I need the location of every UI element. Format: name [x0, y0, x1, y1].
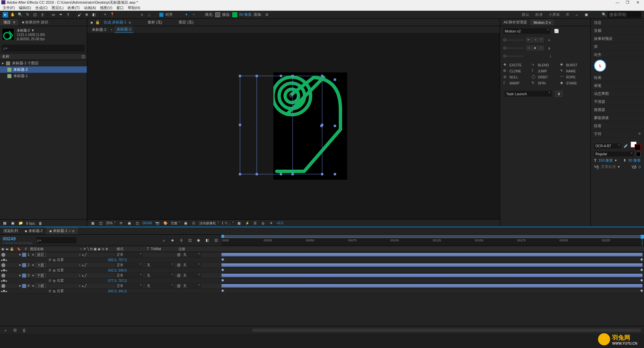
orbit-tool-icon[interactable]: ↻ — [25, 12, 30, 17]
spin-button[interactable]: ↻SPIN — [532, 81, 558, 85]
twirl-icon[interactable]: ▾ — [18, 284, 21, 288]
dist-right-button[interactable]: □ — [538, 46, 544, 50]
fast-preview-icon[interactable]: ⚡ — [245, 221, 250, 226]
stopwatch-icon[interactable]: ⏱ — [48, 258, 52, 262]
property-value[interactable]: 565.5, 757.0 — [107, 258, 127, 262]
guides-icon[interactable]: ☷ — [191, 221, 197, 226]
orbit-button[interactable]: ◯ORBIT — [532, 75, 558, 79]
clone-tool-icon[interactable]: ⊕ — [84, 12, 89, 17]
wand-icon[interactable]: ✦ — [183, 12, 189, 17]
motion-slider[interactable] — [503, 56, 524, 56]
pan-behind-tool-icon[interactable]: ⟠ — [40, 12, 45, 17]
asset-comp[interactable]: 未标题-1 — [0, 73, 87, 79]
layer-bar-track[interactable] — [221, 252, 644, 257]
menu-help[interactable]: 帮助(H) — [126, 5, 142, 10]
parent-dropdown[interactable]: 无 ˅ — [182, 284, 201, 288]
blend-mode-dropdown[interactable]: 正常 ˅ — [115, 273, 143, 278]
twirl-icon[interactable]: ▾ — [18, 253, 21, 256]
timeline-zoom-slider[interactable] — [252, 329, 641, 332]
blend-mode-dropdown[interactable]: 正常 ˅ — [115, 252, 143, 257]
brush-tool-icon[interactable]: 🖌 — [76, 12, 82, 17]
keyframe-track[interactable] — [221, 278, 644, 283]
twirl-icon[interactable]: ▾ — [18, 263, 21, 267]
graph-icon[interactable]: ⊵ — [53, 269, 56, 272]
workspace-small[interactable]: 小屏幕 — [549, 12, 560, 17]
breadcrumb[interactable]: 未标题-2 — [90, 26, 108, 33]
interpret-footage-icon[interactable]: ▦ — [2, 221, 7, 226]
toggle-switches-icon[interactable]: ⟐ — [3, 328, 8, 333]
project-search-input[interactable] — [2, 45, 85, 52]
visibility-toggle[interactable] — [1, 263, 5, 267]
graph-icon[interactable]: ⊵ — [53, 279, 56, 283]
name-button[interactable]: ✎NAME — [560, 69, 587, 73]
property-row[interactable]: ◂▸ ⏱ ⊵ 位置 565.5, 757.0 — [0, 257, 644, 263]
wiggler-panel[interactable]: 摇摆器 — [591, 106, 644, 114]
next-keyframe-icon[interactable]: ▸ — [6, 269, 7, 272]
libraries-panel[interactable]: 库 — [591, 43, 644, 51]
col-mode[interactable]: 模式 — [117, 247, 147, 251]
workspace-more-icon[interactable]: » — [576, 13, 578, 17]
workspace-default[interactable]: 默认 — [522, 12, 529, 17]
keyframe-icon[interactable] — [221, 269, 224, 271]
layer-name-field[interactable]: 小圆 — [36, 284, 46, 288]
hide-shy-icon[interactable]: ⟠ — [178, 238, 184, 243]
help-search-input[interactable] — [608, 11, 641, 18]
track-matte-dropdown[interactable]: 无 ˅ — [146, 273, 174, 278]
snap-checkbox[interactable] — [159, 13, 163, 17]
add-keyframe-icon[interactable] — [3, 279, 5, 282]
label-color[interactable] — [22, 253, 26, 257]
layer-row[interactable]: ▾ 2 ★ 大圆 ♀⬥╱ 正常 ˅ 无 ˅ @无 ˅ — [0, 263, 644, 268]
layer-bar-track[interactable] — [221, 283, 644, 288]
magnify-icon[interactable]: ◫ — [98, 221, 103, 226]
selection-handle[interactable] — [334, 125, 336, 127]
time-ruler[interactable]: 0000 00025 00050 00075 00100 00125 00150… — [221, 235, 644, 246]
toggle-modes-icon[interactable]: ⊡ — [12, 328, 17, 333]
blend-mode-dropdown[interactable]: 正常 ˅ — [115, 284, 143, 288]
parent-dropdown[interactable]: 无 ˅ — [182, 273, 201, 278]
property-value[interactable]: 242.0, 340.0 — [107, 269, 127, 272]
comp-mini-flowchart-icon[interactable]: ⟐ — [161, 238, 166, 243]
pickwhip-icon[interactable]: @ — [177, 263, 180, 267]
warp-button[interactable]: ⟅WARP — [503, 81, 530, 85]
keyframe-icon[interactable] — [640, 269, 643, 271]
selection-tool-icon[interactable]: ▸ — [3, 12, 8, 17]
new-folder-icon[interactable]: 📁 — [18, 221, 23, 226]
stare-button[interactable]: ◉STARE — [560, 81, 587, 85]
current-frame[interactable]: 00249 — [143, 221, 152, 225]
rope-button[interactable]: 〰ROPE — [560, 75, 587, 79]
eraser-tool-icon[interactable]: ◧ — [91, 12, 97, 17]
minimize-button[interactable]: — — [612, 0, 623, 4]
label-color[interactable] — [22, 274, 26, 278]
text-tool-icon[interactable]: T — [65, 12, 71, 17]
layer-name-field[interactable]: 中圆 — [36, 273, 46, 278]
quality-dropdown[interactable]: 完整 ˅ — [171, 221, 180, 226]
flowchart-icon[interactable]: ◎ — [261, 221, 266, 226]
info-panel[interactable]: 信息 — [591, 19, 644, 27]
motion2-tab[interactable]: Motion 2 ≡ — [530, 19, 554, 25]
visibility-toggle[interactable] — [1, 253, 5, 257]
clone-button[interactable]: ⧉CLONE — [503, 69, 530, 73]
menu-file[interactable]: 文件(F) — [1, 5, 16, 10]
property-row[interactable]: ◂▸ ⏱ ⊵ 位置 242.0, 340.0 — [0, 268, 644, 273]
project-tab[interactable]: 项目 ≡ — [0, 19, 18, 26]
current-time-display[interactable]: 00249 — [3, 236, 32, 241]
add-keyframe-icon[interactable] — [3, 290, 5, 292]
layer-name-field[interactable]: 路径 — [36, 252, 46, 257]
motion-blur-icon[interactable]: ◉ — [196, 238, 201, 243]
close-icon[interactable]: × — [69, 229, 71, 233]
character-panel-header[interactable]: 字符≡ — [591, 130, 644, 138]
stopwatch-icon[interactable]: ⏱ — [48, 279, 52, 282]
composition-viewport[interactable] — [87, 33, 500, 219]
layer-row[interactable]: ▾ 3 ★ 中圆 ♀⬥╱ 正常 ˅ 无 ˅ @无 ˅ — [0, 273, 644, 278]
exposure-reset-icon[interactable]: ☀ — [269, 221, 274, 226]
layer-row[interactable]: ▾ 1 ★ 路径 ♀⬥╱ 正常 ˅ @无 ˅ — [0, 252, 644, 257]
property-row[interactable]: ◂▸ ⏱ ⊵ 位置 577.5, 757.0 — [0, 278, 644, 283]
footage-viewer-tab[interactable]: 素材 (无) — [144, 19, 165, 26]
toggle-in-out-icon[interactable]: {} — [21, 328, 27, 333]
view-layout-icon[interactable]: ▣ — [183, 221, 189, 226]
roto-tool-icon[interactable]: ✧ — [102, 12, 108, 17]
bpc-button[interactable]: 8 bpc — [26, 221, 35, 225]
comp-viewer-tab[interactable]: ■ 🔒 合成 未标题-1 ≡ — [87, 19, 134, 26]
motion-graph-icon[interactable]: 📈 — [554, 28, 559, 34]
layer-row[interactable]: ▾ 4 ★ 小圆 ♀⬥╱ 正常 ˅ 无 ˅ @无 ˅ — [0, 283, 644, 289]
